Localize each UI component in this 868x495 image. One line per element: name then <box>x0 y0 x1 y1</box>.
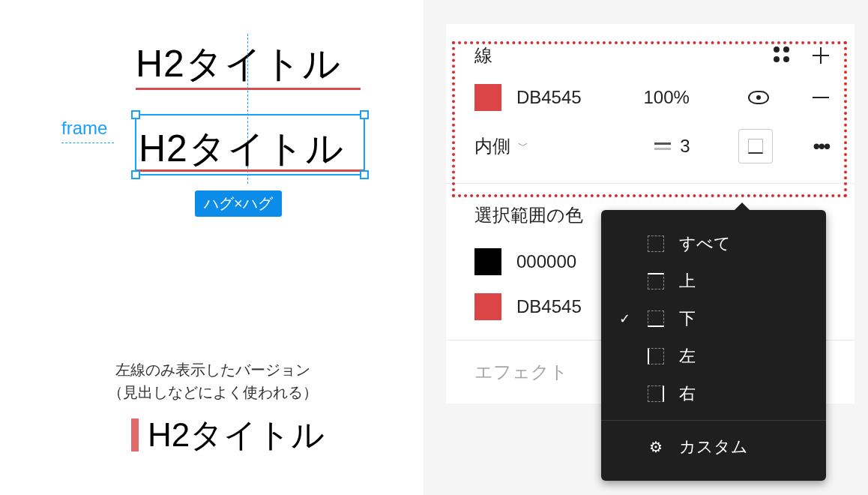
side-option-left[interactable]: 左 <box>601 338 826 375</box>
stroke-color-swatch[interactable] <box>474 84 501 111</box>
add-stroke-icon[interactable] <box>813 47 829 64</box>
frame-annotation-label: frame <box>61 118 107 139</box>
stroke-more-icon[interactable]: ••• <box>813 135 829 158</box>
stroke-side-button[interactable] <box>738 129 773 164</box>
underline-1 <box>136 88 361 90</box>
stroke-position-value: 内側 <box>474 134 510 158</box>
side-label-custom: カスタム <box>679 436 748 458</box>
stroke-section: 線 DB4545 100% 内側 ﹀ 3 <box>446 24 855 184</box>
side-label-left: 左 <box>679 345 696 368</box>
effects-title: エフェクト <box>474 360 568 384</box>
side-option-top[interactable]: 上 <box>601 262 826 300</box>
side-label-bottom: 下 <box>679 308 696 330</box>
resize-handle-br[interactable] <box>360 170 369 179</box>
resize-handle-bl[interactable] <box>131 170 140 179</box>
dropdown-separator <box>601 420 826 421</box>
color-swatch-black[interactable] <box>474 248 501 275</box>
stroke-weight-field[interactable]: 3 <box>654 136 690 157</box>
stroke-side-dropdown: すべて 上 ✓ 下 左 右 ⚙ カスタム <box>601 210 826 481</box>
h2-title-left-border: H2タイトル <box>131 418 325 452</box>
top-side-icon <box>648 273 664 290</box>
stroke-color-hex[interactable]: DB4545 <box>516 87 629 108</box>
stroke-settings-row: 内側 ﹀ 3 ••• <box>474 129 829 164</box>
selection-colors-title: 選択範囲の色 <box>474 203 583 227</box>
explanation-note: 左線のみ表示したバージョン （見出しなどによく使われる） <box>93 358 333 404</box>
check-icon: ✓ <box>616 310 633 327</box>
h2-title-2: H2タイトル <box>139 124 344 174</box>
h2-title-1: H2タイトル <box>136 39 341 89</box>
side-label-top: 上 <box>679 270 696 292</box>
left-side-icon <box>648 348 664 364</box>
side-label-right: 右 <box>679 382 696 405</box>
note-line2: （見出しなどによく使われる） <box>108 384 318 400</box>
remove-stroke-icon[interactable] <box>813 97 829 98</box>
visibility-icon[interactable] <box>748 91 769 104</box>
side-option-right[interactable]: 右 <box>601 375 826 412</box>
bottom-side-icon <box>648 310 664 327</box>
side-option-bottom[interactable]: ✓ 下 <box>601 300 826 338</box>
hug-badge[interactable]: ハグ×ハグ <box>195 190 282 217</box>
resize-handle-tr[interactable] <box>360 110 369 119</box>
chevron-down-icon: ﹀ <box>518 140 528 153</box>
resize-handle-tl[interactable] <box>131 110 140 119</box>
stroke-section-title: 線 <box>474 44 492 68</box>
note-line1: 左線のみ表示したバージョン <box>115 362 310 378</box>
selected-frame[interactable]: H2タイトル <box>135 114 365 176</box>
custom-icon: ⚙ <box>648 438 664 456</box>
stroke-side-bottom-icon <box>748 139 763 154</box>
side-option-custom[interactable]: ⚙ カスタム <box>601 428 826 466</box>
stroke-weight-icon <box>654 142 671 150</box>
side-label-all: すべて <box>679 232 731 255</box>
stroke-weight-value: 3 <box>680 136 690 157</box>
color-swatch-red[interactable] <box>474 293 501 320</box>
underline-2 <box>136 170 364 172</box>
dropdown-arrow <box>735 202 750 210</box>
right-side-icon <box>648 386 664 402</box>
stroke-color-row: DB4545 100% <box>474 84 829 111</box>
frame-annotation-dash <box>61 142 114 143</box>
side-option-all[interactable]: すべて <box>601 225 826 262</box>
all-sides-icon <box>648 236 664 252</box>
stroke-styles-icon[interactable] <box>774 46 792 64</box>
stroke-opacity[interactable]: 100% <box>643 87 718 108</box>
stroke-position-dropdown[interactable]: 内側 ﹀ <box>474 134 528 158</box>
canvas-area: H2タイトル frame H2タイトル ハグ×ハグ 左線のみ表示したバージョン … <box>0 0 420 495</box>
